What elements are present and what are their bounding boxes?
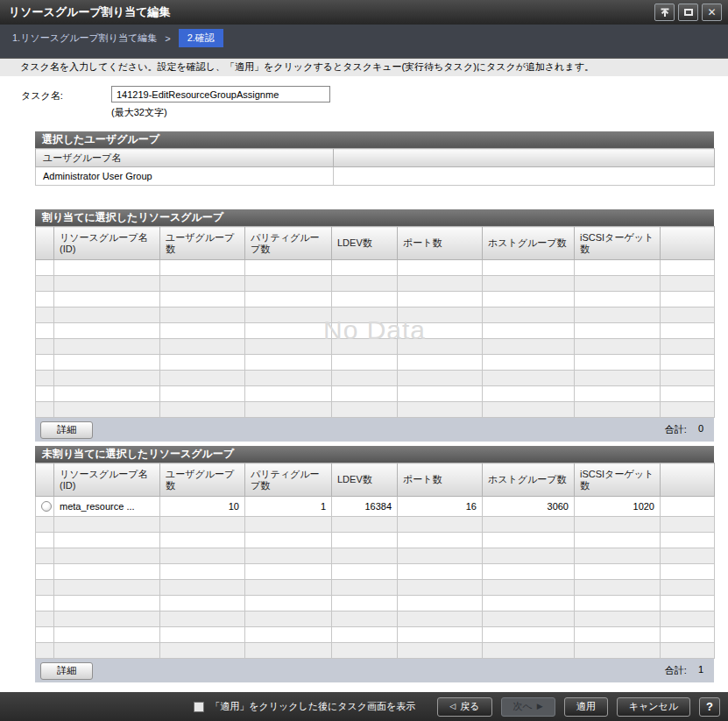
unassign-total-label: 合計:	[665, 664, 687, 677]
empty-cell	[575, 386, 661, 402]
table-header-row: リソースグループ名 (ID) ユーザグループ数 パリティグループ数 LDEV数 …	[36, 227, 715, 260]
empty-cell	[332, 307, 398, 323]
apply-button[interactable]: 適用	[564, 697, 608, 717]
empty-cell	[36, 355, 54, 371]
empty-cell	[54, 564, 160, 580]
empty-cell	[245, 643, 332, 659]
unassign-total-value: 1	[698, 664, 703, 677]
empty-cell	[54, 371, 160, 386]
task-name-input[interactable]	[111, 86, 330, 102]
column-header-iscsi-targets: iSCSIターゲット数	[575, 227, 661, 260]
empty-cell	[398, 307, 483, 323]
rollup-button[interactable]	[654, 4, 675, 21]
empty-cell	[483, 627, 575, 643]
empty-cell	[575, 339, 661, 355]
empty-cell	[483, 339, 575, 355]
help-button[interactable]: ?	[699, 697, 720, 717]
empty-cell	[398, 339, 483, 355]
empty-cell	[160, 386, 245, 402]
task-name-hint: (最大32文字)	[111, 106, 330, 119]
empty-row	[36, 292, 715, 307]
empty-cell	[160, 533, 245, 548]
empty-row	[36, 643, 715, 659]
empty-cell	[661, 517, 715, 533]
empty-cell	[398, 533, 483, 548]
empty-cell	[575, 307, 661, 323]
unassign-section-title: 未割り当てに選択したリソースグループ	[35, 446, 714, 463]
empty-cell	[575, 323, 661, 339]
empty-cell	[332, 564, 398, 580]
empty-cell	[575, 580, 661, 596]
column-header-host-groups: ホストグループ数	[483, 463, 575, 497]
maximize-icon	[684, 9, 693, 16]
empty-row	[36, 517, 715, 533]
assign-resource-group-table: リソースグループ名 (ID) ユーザグループ数 パリティグループ数 LDEV数 …	[35, 226, 715, 418]
empty-cell	[483, 323, 575, 339]
empty-cell	[54, 548, 160, 564]
empty-cell	[661, 355, 715, 371]
empty-cell	[245, 292, 332, 307]
empty-cell	[245, 323, 332, 339]
empty-cell	[54, 292, 160, 307]
column-header-user-groups: ユーザグループ数	[160, 463, 245, 497]
empty-cell	[575, 596, 661, 611]
close-button[interactable]: ✕	[702, 4, 722, 21]
empty-cell	[661, 497, 715, 517]
empty-cell	[245, 371, 332, 386]
empty-cell	[661, 611, 715, 627]
empty-cell	[332, 260, 398, 276]
show-task-screen-checkbox[interactable]	[194, 702, 204, 712]
empty-cell	[398, 596, 483, 611]
empty-cell	[483, 548, 575, 564]
unassign-table-body: meta_resource ... 10 1 16384 16 3060 102…	[36, 497, 715, 659]
empty-cell	[575, 533, 661, 548]
empty-cell	[483, 386, 575, 402]
cancel-button[interactable]: キャンセル	[617, 697, 690, 717]
empty-cell	[160, 548, 245, 564]
column-header-ldev: LDEV数	[332, 227, 398, 260]
empty-cell	[575, 292, 661, 307]
empty-cell	[483, 643, 575, 659]
empty-row	[36, 402, 715, 418]
empty-cell	[398, 548, 483, 564]
empty-row	[36, 323, 715, 339]
maximize-button[interactable]	[678, 4, 698, 21]
empty-cell	[483, 276, 575, 292]
empty-cell	[54, 596, 160, 611]
empty-cell	[36, 307, 54, 323]
breadcrumb-step-2-active: 2.確認	[179, 29, 223, 47]
empty-row	[36, 260, 715, 276]
column-header-rg-name: リソースグループ名 (ID)	[54, 463, 160, 497]
empty-cell	[398, 517, 483, 533]
empty-cell	[575, 402, 661, 418]
iscsi-targets-cell: 1020	[575, 497, 661, 517]
empty-cell	[245, 548, 332, 564]
empty-cell	[245, 627, 332, 643]
column-header-rg-name: リソースグループ名 (ID)	[54, 227, 160, 260]
table-row: Administrator User Group	[36, 167, 715, 186]
empty-cell	[661, 276, 715, 292]
empty-cell	[36, 276, 54, 292]
unassign-detail-button[interactable]: 詳細	[40, 662, 93, 680]
empty-cell	[483, 402, 575, 418]
empty-cell	[332, 323, 398, 339]
empty-cell	[398, 276, 483, 292]
empty-cell	[575, 643, 661, 659]
back-button[interactable]: ◁ 戻る	[437, 697, 491, 717]
assign-detail-button[interactable]: 詳細	[40, 421, 93, 439]
empty-cell	[245, 611, 332, 627]
empty-cell	[483, 371, 575, 386]
empty-cell	[483, 533, 575, 548]
empty-cell	[575, 548, 661, 564]
empty-cell	[36, 643, 54, 659]
empty-cell	[245, 517, 332, 533]
row-radio-button[interactable]	[41, 501, 52, 512]
empty-cell	[160, 292, 245, 307]
column-header-ports: ポート数	[398, 463, 483, 497]
breadcrumb-step-1[interactable]: 1.リソースグループ割り当て編集	[12, 32, 157, 45]
empty-cell	[483, 611, 575, 627]
empty-cell	[661, 596, 715, 611]
window-controls: ✕	[654, 4, 722, 21]
empty-row	[36, 548, 715, 564]
empty-cell	[661, 627, 715, 643]
